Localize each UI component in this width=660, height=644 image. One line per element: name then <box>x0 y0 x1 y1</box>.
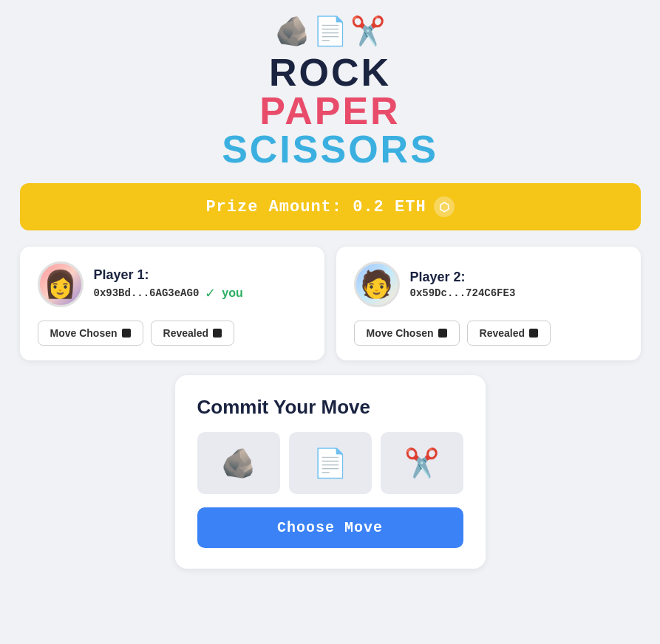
player1-info: 👩 Player 1: 0x93Bd...6AG3eAG0 ✓ you <box>38 261 307 307</box>
title-icons: 🪨 📄 ✂️ <box>275 15 385 47</box>
eth-icon: ⬡ <box>434 196 455 217</box>
player1-address: 0x93Bd...6AG3eAG0 <box>94 287 200 299</box>
rock-move-option[interactable]: 🪨 <box>197 432 280 494</box>
prize-banner: Prize Amount: 0.2 ETH ⬡ <box>20 183 641 230</box>
player1-revealed-dot <box>213 329 222 338</box>
player2-card: 🧑 Player 2: 0x59Dc...724C6FE3 Move Chose… <box>336 247 641 360</box>
commit-section: Commit Your Move 🪨 📄 ✂️ Choose Move <box>175 375 486 569</box>
player2-details: Player 2: 0x59Dc...724C6FE3 <box>410 270 516 299</box>
player2-address-row: 0x59Dc...724C6FE3 <box>410 287 516 299</box>
player2-move-chosen-label: Move Chosen <box>367 327 434 339</box>
player1-status-row: Move Chosen Revealed <box>38 321 307 346</box>
commit-title: Commit Your Move <box>197 396 371 419</box>
player2-move-dot <box>438 329 447 338</box>
rock-move-icon: 🪨 <box>221 447 256 479</box>
player1-revealed-badge: Revealed <box>151 321 234 346</box>
scissors-move-option[interactable]: ✂️ <box>381 432 463 494</box>
player2-move-chosen-badge: Move Chosen <box>354 321 460 346</box>
player1-move-dot <box>122 329 131 338</box>
app-header: 🪨 📄 ✂️ ROCK PAPER SCISSORS <box>222 15 438 168</box>
player2-status-row: Move Chosen Revealed <box>354 321 623 346</box>
paper-move-option[interactable]: 📄 <box>289 432 372 494</box>
rock-icon: 🪨 <box>275 15 310 47</box>
paper-move-icon: 📄 <box>313 447 347 479</box>
player2-avatar: 🧑 <box>354 261 400 307</box>
prize-amount-text: Prize Amount: 0.2 ETH <box>205 198 426 216</box>
player2-revealed-badge: Revealed <box>467 321 551 346</box>
scissors-move-icon: ✂️ <box>404 447 439 479</box>
title-scissors: SCISSORS <box>222 130 438 168</box>
player1-you-badge: you <box>222 287 242 300</box>
choose-move-button[interactable]: Choose Move <box>197 507 463 548</box>
move-options: 🪨 📄 ✂️ <box>197 432 463 494</box>
paper-icon: 📄 <box>313 15 347 47</box>
player1-avatar: 👩 <box>38 261 84 307</box>
players-row: 👩 Player 1: 0x93Bd...6AG3eAG0 ✓ you Move… <box>20 247 641 360</box>
title-rock: ROCK <box>269 53 391 92</box>
player1-move-chosen-label: Move Chosen <box>50 327 118 339</box>
title-paper: PAPER <box>259 92 400 130</box>
player1-move-chosen-badge: Move Chosen <box>38 321 143 346</box>
player2-revealed-dot <box>529 329 538 338</box>
player1-card: 👩 Player 1: 0x93Bd...6AG3eAG0 ✓ you Move… <box>20 247 324 360</box>
player1-address-row: 0x93Bd...6AG3eAG0 ✓ you <box>94 285 243 301</box>
player2-name: Player 2: <box>410 270 516 285</box>
player2-address: 0x59Dc...724C6FE3 <box>410 287 516 299</box>
scissors-icon: ✂️ <box>350 15 385 47</box>
player1-name: Player 1: <box>94 267 243 283</box>
player1-revealed-label: Revealed <box>163 327 208 339</box>
player2-info: 🧑 Player 2: 0x59Dc...724C6FE3 <box>354 261 623 307</box>
player2-revealed-label: Revealed <box>480 327 525 339</box>
player1-details: Player 1: 0x93Bd...6AG3eAG0 ✓ you <box>94 267 243 301</box>
player1-checkmark: ✓ <box>205 285 216 301</box>
